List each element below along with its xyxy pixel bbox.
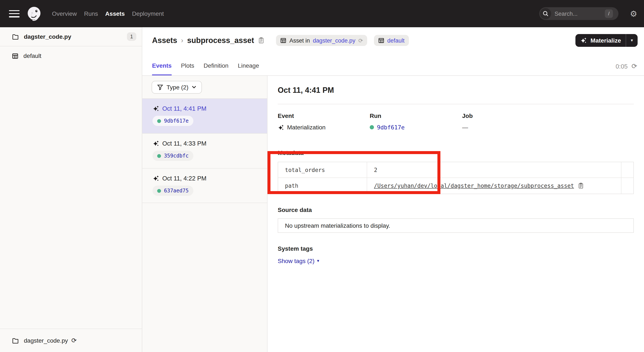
run-status-dot	[157, 119, 161, 123]
asset-in-badge: Asset in dagster_code.py ⟳	[276, 35, 367, 46]
metadata-key-cell: path	[278, 178, 367, 194]
group-badge: default	[374, 35, 409, 46]
metadata-key-cell: total_orders	[278, 162, 367, 178]
path-link[interactable]: /Users/yuhan/dev/local/dagster_home/stor…	[374, 183, 574, 189]
tabs: Events Plots Definition Lineage	[152, 62, 259, 75]
metadata-value-cell: /Users/yuhan/dev/local/dagster_home/stor…	[367, 178, 622, 194]
refresh-countdown: 0:05	[616, 63, 628, 70]
filter-bar: Type (2)	[142, 76, 267, 98]
copy-asset-name-icon[interactable]	[258, 37, 265, 44]
event-column: Event Materialization	[278, 112, 370, 131]
asset-in-prefix: Asset in	[290, 37, 310, 44]
materialization-sparkle-icon	[278, 124, 284, 130]
materialization-sparkle-icon	[152, 105, 159, 112]
caret-down-icon: ▾	[317, 259, 319, 263]
source-data-empty-box: No upstream materializations to display.	[278, 218, 634, 233]
tab-definition[interactable]: Definition	[204, 62, 228, 75]
divider	[278, 104, 634, 104]
run-id: 9dbf617e	[164, 118, 189, 124]
reload-code-location-icon[interactable]: ⟳	[71, 337, 77, 344]
event-date: Oct 11, 4:22 PM	[162, 175, 206, 182]
primary-nav: Overview Runs Assets Deployment	[52, 10, 164, 17]
event-info-grid: Event Materialization Run	[278, 112, 634, 131]
dagster-logo-icon[interactable]	[26, 5, 42, 22]
run-id: 637aed75	[164, 188, 189, 194]
filter-funnel-icon	[157, 84, 163, 90]
run-status-dot	[157, 154, 161, 158]
materialize-split-button: Materialize ▾	[576, 34, 638, 47]
refresh-icon[interactable]: ⟳	[632, 63, 637, 70]
search-icon	[540, 8, 551, 19]
nav-right-group: Search... / ⚙	[539, 7, 637, 20]
sidebar-footer-code-location: dagster_code.py ⟳	[0, 329, 142, 352]
search-shortcut-badge: /	[605, 9, 613, 18]
auto-refresh-timer: 0:05 ⟳	[616, 63, 637, 70]
hamburger-menu-icon[interactable]	[9, 10, 20, 17]
sidebar: dagster_code.py 1 default dagster_code.p…	[0, 27, 142, 352]
asset-count-badge: 1	[127, 32, 136, 41]
event-label: Event	[278, 112, 370, 119]
nav-item-overview[interactable]: Overview	[52, 10, 77, 17]
app-root: Overview Runs Assets Deployment Search..…	[0, 0, 644, 352]
system-tags-heading: System tags	[278, 245, 634, 252]
nav-item-runs[interactable]: Runs	[84, 10, 98, 17]
nav-item-deployment[interactable]: Deployment	[132, 10, 164, 17]
metadata-value-cell: 2	[367, 162, 622, 178]
breadcrumb-separator: ›	[181, 37, 183, 44]
tab-plots[interactable]: Plots	[181, 62, 194, 75]
folder-icon	[12, 33, 19, 40]
event-list-item[interactable]: Oct 11, 4:22 PM 637aed75	[142, 168, 267, 203]
sidebar-item-label: dagster_code.py	[24, 33, 71, 40]
type-filter-button[interactable]: Type (2)	[152, 81, 202, 93]
event-date: Oct 11, 4:33 PM	[162, 140, 206, 147]
page-title: subprocess_asset	[187, 36, 254, 45]
run-label: Run	[370, 112, 462, 119]
folder-icon	[12, 337, 19, 344]
breadcrumb: Assets › subprocess_asset Asset in dagst…	[152, 35, 409, 46]
run-id-pill[interactable]: 359cdbfc	[152, 151, 193, 161]
metadata-extra-cell	[622, 162, 633, 178]
metadata-key: total_orders	[285, 167, 325, 173]
event-list-item[interactable]: Oct 11, 4:33 PM 359cdbfc	[142, 133, 267, 168]
run-id-pill[interactable]: 9dbf617e	[152, 116, 193, 126]
top-nav: Overview Runs Assets Deployment Search..…	[0, 0, 644, 27]
sidebar-group-label: default	[24, 52, 41, 59]
source-data-section: Source data No upstream materializations…	[278, 206, 634, 233]
main-area: Assets › subprocess_asset Asset in dagst…	[142, 27, 644, 352]
show-tags-toggle[interactable]: Show tags (2) ▾	[278, 258, 319, 264]
event-list-panel: Type (2) Oct 11, 4:41 PM	[142, 76, 268, 352]
sidebar-item-group-default[interactable]: default	[0, 46, 142, 65]
search-placeholder: Search...	[554, 10, 578, 17]
sparkle-icon	[580, 37, 587, 44]
job-column: Job —	[462, 112, 634, 131]
table-icon	[280, 37, 286, 43]
metadata-extra-cell	[622, 178, 633, 194]
code-location-link[interactable]: dagster_code.py	[313, 37, 356, 44]
breadcrumb-assets-link[interactable]: Assets	[152, 36, 177, 45]
materialize-dropdown-caret[interactable]: ▾	[626, 34, 638, 47]
run-status-dot	[370, 125, 374, 129]
nav-item-assets[interactable]: Assets	[105, 10, 125, 17]
source-data-empty-message: No upstream materializations to display.	[285, 222, 390, 229]
run-id-link[interactable]: 9dbf617e	[377, 124, 405, 131]
page-header: Assets › subprocess_asset Asset in dagst…	[142, 27, 644, 54]
event-type-value: Materialization	[287, 124, 326, 131]
metadata-heading: Metadata	[278, 149, 634, 156]
group-link[interactable]: default	[387, 37, 404, 44]
copy-path-icon[interactable]	[578, 183, 584, 189]
event-detail-panel: Oct 11, 4:41 PM Event Materialization	[268, 76, 644, 352]
run-id-pill[interactable]: 637aed75	[152, 186, 193, 196]
search-input[interactable]: Search... /	[539, 7, 618, 20]
materialization-sparkle-icon	[152, 140, 159, 147]
gear-icon[interactable]: ⚙	[630, 9, 637, 18]
event-list-item[interactable]: Oct 11, 4:41 PM 9dbf617e	[142, 98, 267, 133]
materialize-button[interactable]: Materialize	[576, 34, 626, 47]
job-label: Job	[462, 112, 634, 119]
system-tags-section: System tags Show tags (2) ▾	[278, 245, 634, 265]
tab-lineage[interactable]: Lineage	[238, 62, 259, 75]
tab-events[interactable]: Events	[152, 62, 172, 75]
refresh-code-location-icon[interactable]: ⟳	[358, 38, 363, 43]
job-empty-value: —	[462, 124, 468, 131]
sidebar-item-code-location[interactable]: dagster_code.py 1	[0, 27, 142, 46]
tabs-row: Events Plots Definition Lineage 0:05 ⟳	[142, 54, 644, 76]
